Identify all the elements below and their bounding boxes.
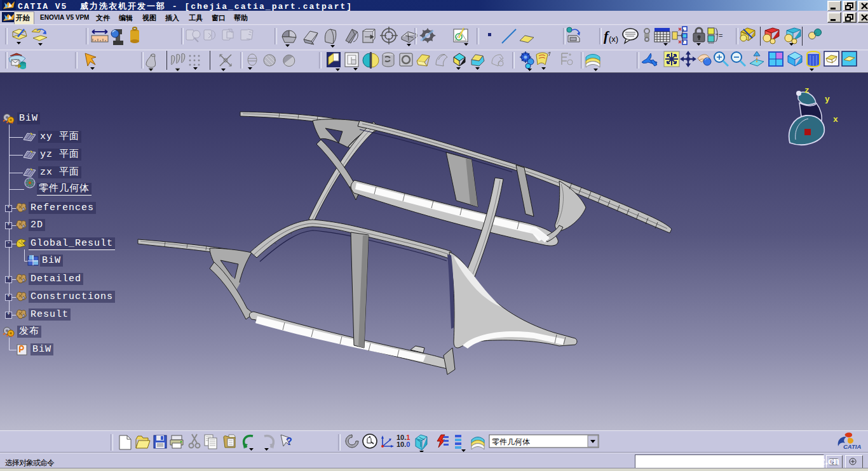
svg-text:x: x <box>833 115 838 124</box>
svg-text:?: ? <box>286 436 292 447</box>
svg-text:y: y <box>825 95 830 104</box>
svg-text:10.0: 10.0 <box>397 441 410 448</box>
svg-text:=: = <box>719 32 722 39</box>
svg-text:(x): (x) <box>609 34 618 44</box>
svg-text:z: z <box>804 86 810 95</box>
svg-text:零件几何体: 零件几何体 <box>492 437 530 446</box>
svg-text:CATIA: CATIA <box>843 443 861 450</box>
